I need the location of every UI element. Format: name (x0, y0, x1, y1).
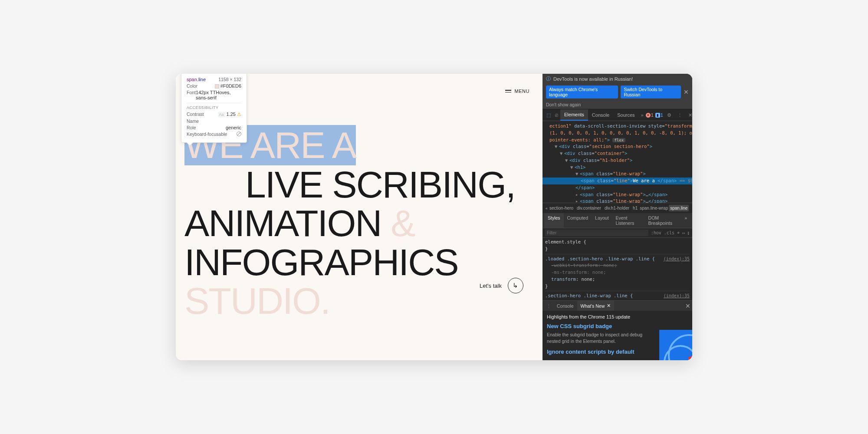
source-link[interactable]: (index):35 (664, 256, 690, 262)
devtools-panel: ⓘ DevTools is now available in Russian! … (542, 74, 692, 360)
tooltip-dimensions: 1158 × 132 (218, 77, 241, 82)
crumb[interactable]: div.h1-holder (603, 205, 631, 211)
dom-line[interactable]: ▸<span class="line-wrap">…</span> (542, 191, 692, 198)
hero-line-2: LIVE SCRIBING, (184, 165, 538, 204)
flex-badge[interactable]: flex (612, 138, 625, 142)
styles-tab-bar: Styles Computed Layout Event Listeners D… (542, 213, 692, 228)
match-language-button[interactable]: Always match Chrome's language (546, 85, 618, 99)
close-tab-icon[interactable]: ✕ (607, 303, 611, 309)
hamburger-icon (505, 90, 511, 92)
styles-filter-input[interactable] (545, 230, 648, 236)
dom-line[interactable]: </span> (542, 184, 692, 191)
feature-desc: Enable the subgrid badge to inspect and … (547, 332, 651, 344)
crumb-selected[interactable]: span.line (669, 205, 689, 211)
dom-breakpoints-tab[interactable]: DOM Breakpoints (645, 213, 681, 228)
not-focusable-icon (237, 132, 241, 136)
event-listeners-tab[interactable]: Event Listeners (612, 213, 645, 228)
dom-selected-line[interactable]: <span class="line">We are a </span> == $… (542, 178, 692, 184)
role-label: Role (187, 125, 196, 130)
name-label: Name (187, 118, 199, 124)
more-options-icon[interactable]: ⋮ (675, 110, 684, 121)
color-swatch-icon (215, 84, 219, 89)
dom-line[interactable]: pointer-events: all;"> flex (542, 137, 692, 144)
contrast-value: Aa1.25⚠ (218, 112, 241, 117)
drawer-console-tab[interactable]: Console (553, 301, 577, 311)
language-actions-banner: Always match Chrome's language Switch De… (542, 84, 692, 100)
crumb[interactable]: section-hero (548, 205, 575, 211)
menu-label: MENU (515, 89, 529, 94)
browser-devtools-window: MENU span.line 1158 × 132 Color#F0DED6 F… (176, 74, 692, 360)
device-toolbar-icon[interactable]: ⎚ (553, 110, 560, 120)
close-drawer-icon[interactable]: ✕ (685, 302, 690, 309)
layout-tab[interactable]: Layout (592, 213, 612, 228)
banner-text: DevTools is now available in Russian! (553, 76, 633, 82)
computed-tab[interactable]: Computed (564, 213, 592, 228)
dom-line[interactable]: ▼<div class="h1-holder"> (542, 157, 692, 164)
drawer-whatsnew-tab[interactable]: What's New✕ (577, 301, 615, 311)
hero-line-4: INFOGRAPHICS (184, 243, 538, 282)
dom-line[interactable]: ▼<span class="line-wrap"> (542, 171, 692, 178)
crumb[interactable]: h1 (631, 205, 639, 211)
element-inspector-tooltip: span.line 1158 × 132 Color#F0DED6 Font14… (181, 74, 247, 143)
tab-elements[interactable]: Elements (560, 109, 588, 121)
info-icon: ⓘ (546, 76, 551, 82)
kbd-label: Keyboard-focusable (187, 132, 227, 137)
dom-line[interactable]: (1, 0, 0, 0, 0, 1, 0, 0, 0, 0, 1, 0, 0, … (542, 130, 692, 137)
devtools-language-banner: ⓘ DevTools is now available in Russian! (542, 74, 692, 84)
issue-count-badge[interactable]: ▮1 (655, 112, 663, 118)
lets-talk-cta[interactable]: Let's talk ↳ (480, 278, 523, 293)
drawer-menu-icon[interactable]: ⋮ (544, 301, 553, 311)
dont-show-banner[interactable]: Don't show again (542, 100, 692, 109)
settings-icon[interactable]: ⚙ (665, 110, 674, 121)
dom-breadcrumb: ◂ section-hero div.container div.h1-hold… (542, 203, 692, 213)
switch-russian-button[interactable]: Switch DevTools to Russian (621, 85, 681, 99)
arrow-icon[interactable]: ↳ (508, 278, 523, 293)
tooltip-font-value: 142px TTHoves, sans-serif (196, 90, 241, 100)
tooltip-color-value: #F0DED6 (215, 83, 241, 89)
feature-title[interactable]: New CSS subgrid badge (547, 323, 688, 329)
tab-console[interactable]: Console (588, 110, 613, 120)
contrast-label: Contrast (187, 112, 204, 117)
tab-sources[interactable]: Sources (613, 110, 638, 120)
computed-toggle-icon[interactable]: ▭ (682, 230, 685, 235)
new-rule-icon[interactable]: + (677, 230, 680, 235)
scroll-left-icon[interactable]: ◂ (545, 206, 547, 210)
dom-line[interactable]: ▼<h1> (542, 164, 692, 171)
cls-toggle[interactable]: .cls (664, 230, 674, 235)
inspect-tool-icon[interactable]: ⬚ (544, 110, 553, 121)
tooltip-font-label: Font (187, 90, 196, 100)
crumb[interactable]: div.container (575, 205, 602, 211)
dom-line[interactable]: ▼<div class="container"> (542, 150, 692, 157)
hov-toggle[interactable]: :hov (651, 230, 661, 235)
css-rule[interactable]: (index):35 .loaded .section-hero .line-w… (545, 256, 690, 292)
close-devtools-icon[interactable]: ✕ (686, 110, 692, 121)
render-icon[interactable]: ⫿ (687, 230, 690, 235)
a11y-heading: ACCESSIBILITY (187, 103, 241, 110)
css-rule[interactable]: (index):35 .section-hero .line-wrap .lin… (545, 293, 690, 300)
role-value: generic (226, 125, 241, 130)
styles-tab[interactable]: Styles (544, 213, 564, 228)
webpage-viewport: MENU span.line 1158 × 132 Color#F0DED6 F… (176, 74, 542, 360)
styles-filter-bar: :hov .cls + ▭ ⫿ (542, 228, 692, 238)
styles-pane[interactable]: element.style {} (index):35 .loaded .sec… (542, 238, 692, 300)
menu-button[interactable]: MENU (505, 89, 529, 94)
close-banner-icon[interactable]: ✕ (684, 89, 689, 95)
whatsnew-heading: Highlights from the Chrome 115 update (547, 314, 688, 319)
dom-line[interactable]: ▸<span class="line-wrap">…</span> (542, 198, 692, 203)
dom-line[interactable]: ▼<div class="section section-hero"> (542, 143, 692, 150)
dom-line[interactable]: ection1" data-scroll-section-inview styl… (542, 123, 692, 130)
error-count-badge[interactable]: ✕1 (646, 112, 654, 118)
whats-new-panel: Highlights from the Chrome 115 update Ne… (542, 311, 692, 360)
tooltip-selector: span.line (187, 77, 206, 82)
feature-thumbnail (659, 330, 692, 360)
devtools-main-tabs: ⬚ ⎚ Elements Console Sources » ✕1 ▮1 ⚙ ⋮… (542, 109, 692, 121)
warning-icon: ⚠ (237, 112, 241, 117)
more-styles-tabs-icon[interactable]: » (681, 213, 690, 228)
drawer-tab-bar: ⋮ Console What's New✕ ✕ (542, 300, 692, 311)
crumb[interactable]: span.line-wrap (640, 206, 668, 210)
element-style-rule[interactable]: element.style {} (545, 239, 690, 254)
lets-talk-label: Let's talk (480, 283, 502, 289)
dom-tree[interactable]: ection1" data-scroll-section-inview styl… (542, 121, 692, 203)
more-tabs-icon[interactable]: » (639, 110, 646, 120)
source-link[interactable]: (index):35 (664, 293, 690, 299)
